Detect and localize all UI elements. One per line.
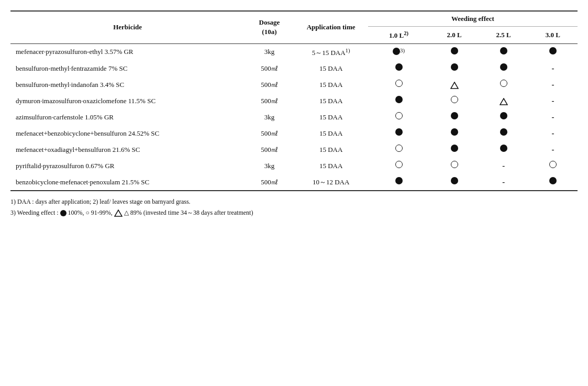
dosage-cell: 500㎖	[245, 125, 294, 141]
solid-circle-symbol	[395, 128, 403, 136]
table-row: dymuron·imazosulfuron·oxaziclomefone 11.…	[10, 93, 578, 109]
dose2-cell	[429, 43, 479, 60]
footnote-1: 1) DAA : days after application; 2) leaf…	[10, 196, 578, 207]
application-time-cell: 10～12 DAA	[294, 174, 368, 191]
solid-circle-symbol	[451, 128, 458, 136]
dash-symbol: -	[551, 145, 554, 153]
dosage-cell: 500㎖	[245, 174, 294, 191]
dose1-cell	[368, 125, 430, 141]
open-circle-symbol	[395, 161, 403, 168]
dose2-cell	[429, 125, 479, 141]
solid-circle-symbol	[500, 145, 507, 152]
dosage-header: Dosage(10a)	[245, 11, 294, 43]
table-row: benzobicyclone·mefenacet·penoxulam 21.5%…	[10, 174, 578, 191]
solid-circle-symbol	[500, 47, 507, 54]
dose1-cell	[368, 76, 430, 93]
dash-symbol: -	[551, 80, 554, 89]
open-circle-symbol	[500, 80, 507, 87]
application-time-cell: 15 DAA	[294, 141, 368, 158]
herbicide-cell: mefenacet+benzobicyclone+bensulfuron 24.…	[10, 125, 245, 141]
solid-circle-symbol	[500, 128, 507, 136]
solid-circle-symbol	[393, 48, 400, 55]
dose3-cell	[479, 125, 528, 141]
dash-symbol: -	[502, 178, 505, 186]
dosage-cell: 500㎖	[245, 93, 294, 109]
herbicide-cell: bensulfuron-methyl·indanofan 3.4% SC	[10, 76, 245, 93]
herbicide-cell: mefenacet+oxadiagyl+bensulfuron 21.6% SC	[10, 141, 245, 158]
table-body: mefenacer·pyrazosulfuron-ethyl 3.57% GR …	[10, 43, 578, 191]
herbicide-cell: mefenacer·pyrazosulfuron-ethyl 3.57% GR	[10, 43, 245, 60]
dose1-cell	[368, 141, 430, 158]
solid-circle-symbol	[395, 63, 403, 71]
dose4-cell	[528, 174, 578, 191]
dash-symbol: -	[551, 113, 554, 121]
dash-symbol: -	[502, 161, 505, 170]
dosage-cell: 500㎖	[245, 60, 294, 76]
solid-circle-symbol	[451, 177, 458, 184]
open-circle-symbol	[451, 161, 458, 168]
svg-marker-0	[451, 82, 458, 89]
application-time-cell: 5～15 DAA1)	[294, 43, 368, 60]
weeding-effect-header: Weeding effect	[368, 11, 578, 27]
herbicide-table: Herbicide Dosage(10a) Application time W…	[10, 10, 578, 191]
dose2-cell	[429, 60, 479, 76]
solid-circle-symbol	[451, 47, 458, 54]
dose4-cell	[528, 158, 578, 174]
solid-circle-symbol	[549, 177, 557, 184]
dose4-cell: -	[528, 125, 578, 141]
dose3-cell	[479, 93, 528, 109]
open-circle-symbol	[451, 96, 458, 103]
table-row: bensulfuron-methyl·indanofan 3.4% SC 500…	[10, 76, 578, 93]
application-time-cell: 15 DAA	[294, 60, 368, 76]
application-time-cell: 15 DAA	[294, 93, 368, 109]
dose-1-header: 1.0 L2)	[368, 27, 430, 44]
solid-circle-symbol	[549, 47, 557, 54]
dose2-cell	[429, 158, 479, 174]
dose3-cell	[479, 76, 528, 93]
table-row: pyriftalid·pyrazosulfuron 0.67% GR 3kg 1…	[10, 158, 578, 174]
dose2-cell	[429, 174, 479, 191]
dose3-cell	[479, 141, 528, 158]
dose3-cell	[479, 43, 528, 60]
dosage-cell: 500㎖	[245, 76, 294, 93]
dose2-cell	[429, 93, 479, 109]
solid-circle-symbol	[395, 96, 403, 103]
dash-symbol: -	[551, 96, 554, 105]
dosage-cell: 3kg	[245, 43, 294, 60]
footnotes: 1) DAA : days after application; 2) leaf…	[10, 196, 578, 218]
dose2-cell	[429, 76, 479, 93]
solid-circle-symbol	[451, 112, 458, 119]
solid-circle-symbol	[451, 63, 458, 71]
table-row: mefenacet+benzobicyclone+bensulfuron 24.…	[10, 125, 578, 141]
dose3-cell: -	[479, 158, 528, 174]
table-row: azimsulfuron·carfenstole 1.05% GR 3kg 15…	[10, 109, 578, 125]
herbicide-header: Herbicide	[10, 11, 245, 43]
dose1-cell	[368, 109, 430, 125]
dose3-cell	[479, 60, 528, 76]
svg-marker-1	[500, 98, 507, 105]
herbicide-cell: pyriftalid·pyrazosulfuron 0.67% GR	[10, 158, 245, 174]
open-circle-symbol	[395, 145, 403, 152]
application-time-header: Application time	[294, 11, 368, 43]
dose4-cell: -	[528, 109, 578, 125]
dash-symbol: -	[551, 129, 554, 137]
herbicide-cell: dymuron·imazosulfuron·oxaziclomefone 11.…	[10, 93, 245, 109]
triangle-symbol	[500, 98, 508, 105]
herbicide-cell: benzobicyclone·mefenacet·penoxulam 21.5%…	[10, 174, 245, 191]
dose4-cell: -	[528, 76, 578, 93]
dose1-cell	[368, 158, 430, 174]
dose1-cell	[368, 60, 430, 76]
application-time-cell: 15 DAA	[294, 158, 368, 174]
dose-4-header: 3.0 L	[528, 27, 578, 44]
dose-2-header: 2.0 L	[429, 27, 479, 44]
dosage-cell: 3kg	[245, 158, 294, 174]
dose1-cell	[368, 174, 430, 191]
open-circle-symbol	[549, 161, 557, 168]
application-time-cell: 15 DAA	[294, 76, 368, 93]
table-header-row-1: Herbicide Dosage(10a) Application time W…	[10, 11, 578, 27]
herbicide-cell: azimsulfuron·carfenstole 1.05% GR	[10, 109, 245, 125]
triangle-symbol	[450, 82, 459, 89]
legend-triangle	[114, 209, 123, 217]
solid-circle-symbol	[500, 63, 507, 71]
dose1-cell: 3)	[368, 43, 430, 60]
